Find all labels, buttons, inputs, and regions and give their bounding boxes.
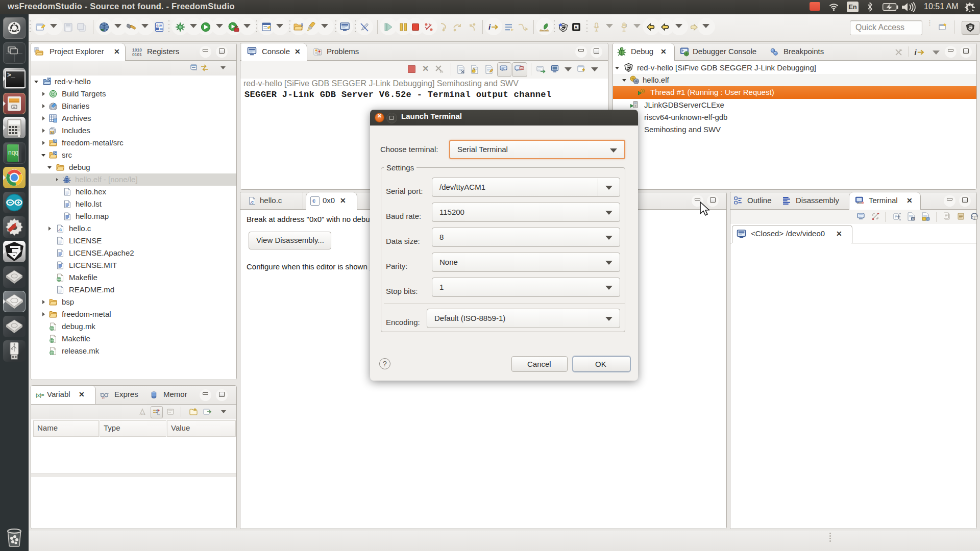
svg-text:0101: 0101 bbox=[132, 52, 142, 57]
svg-text:010: 010 bbox=[156, 24, 162, 28]
svg-text:NC: NC bbox=[521, 67, 525, 70]
svg-text:10: 10 bbox=[159, 28, 163, 31]
svg-text:i: i bbox=[488, 23, 491, 31]
svg-text:i: i bbox=[914, 48, 917, 57]
svg-text:101: 101 bbox=[141, 412, 145, 415]
svg-text:A: A bbox=[575, 25, 578, 30]
svg-text:30: 30 bbox=[912, 217, 915, 220]
